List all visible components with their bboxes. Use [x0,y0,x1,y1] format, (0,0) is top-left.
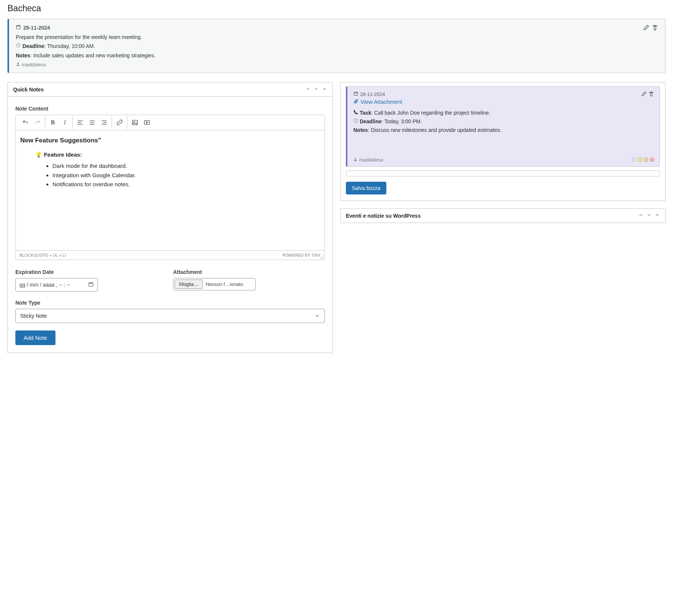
add-note-button[interactable]: Add Note [15,330,55,345]
file-input[interactable]: Sfoglia… Nessun f…ionato. [173,278,256,290]
page-title: Bacheca [7,0,666,15]
color-dot[interactable] [644,157,648,162]
deadline-label: Deadline [360,118,381,124]
redo-icon[interactable] [32,117,43,128]
trash-icon[interactable] [648,91,654,98]
bold-button[interactable]: B [48,117,58,128]
panel-toggle-icon[interactable] [322,86,327,93]
svg-rect-5 [144,121,150,125]
color-dot[interactable] [650,157,654,162]
user-icon [353,157,357,163]
clock-icon [16,43,21,49]
powered-by[interactable]: POWERED BY TINY [283,253,321,257]
save-draft-button[interactable]: Salva bozza [346,182,386,194]
color-picker [632,157,654,162]
note-content-label: Note Content [15,106,325,112]
align-center-icon[interactable] [87,117,97,128]
calendar-icon [16,24,21,31]
view-attachment-link[interactable]: View Attachment [353,99,654,105]
panel-down-icon[interactable] [646,212,652,219]
undo-icon[interactable] [20,117,31,128]
author-name: maddalena [22,62,46,67]
quick-notes-title: Quick Notes [13,87,44,93]
pinned-date: 29-11-2024 [23,25,50,31]
resize-handle-icon[interactable] [320,255,324,259]
author-name: maddalena [359,157,383,163]
view-attachment-text: View Attachment [360,99,402,105]
deadline-value: : Today, 3:00 PM. [381,118,422,124]
task-value: : Call back John Doe regarding the proje… [371,110,491,116]
align-left-icon[interactable] [75,117,85,128]
task-date: 28-11-2024 [360,91,385,97]
bulb-icon: 💡 [35,151,42,158]
deadline-value: : Thursday, 10:00 AM. [44,43,95,49]
pinned-note: 29-11-2024 Prepare the presentation for … [7,19,666,73]
svg-point-2 [17,63,19,64]
editor-title: New Feature Suggestions" [20,136,320,145]
list-item: Integration with Google Calendar. [52,171,320,180]
clock-icon [353,118,358,124]
svg-rect-7 [354,92,358,96]
edit-icon[interactable] [641,91,647,98]
panel-up-icon[interactable] [305,86,311,93]
expiration-input[interactable]: gg / mm / aaaa , -- : -- [15,278,98,292]
svg-rect-6 [89,283,93,286]
deadline-label: Deadline [22,43,44,49]
subtitle-colon: : [80,151,82,158]
expiration-label: Expiration Date [15,269,167,275]
media-icon[interactable] [142,117,152,128]
image-icon[interactable] [130,117,140,128]
notes-label: Notes [353,127,368,133]
events-title: Eventi e notizie su WordPress [346,213,421,219]
phone-icon [353,110,358,116]
italic-button[interactable]: I [60,117,70,128]
notes-label: Notes [16,52,30,58]
svg-point-9 [355,158,356,160]
editor-path[interactable]: BLOCKQUOTE » UL » LI [19,253,66,257]
color-dot[interactable] [638,157,642,162]
attachment-label: Attachment [173,269,325,275]
date-placeholder: gg / mm / aaaa , -- : -- [19,282,70,288]
draft-panel: 28-11-2024 View Attachment Task: Call ba… [340,82,666,201]
svg-rect-3 [132,120,138,125]
paperclip-icon [353,99,359,105]
editor-content[interactable]: New Feature Suggestions" 💡 Feature Ideas… [16,130,325,250]
link-icon[interactable] [114,117,125,128]
chevron-down-icon [315,313,320,318]
file-status: Nessun f…ionato. [206,281,254,287]
panel-toggle-icon[interactable] [655,212,660,219]
list-item: Notifications for overdue notes. [52,180,320,189]
draft-textarea-edge[interactable] [346,170,660,176]
note-type-select[interactable]: Sticky Note [15,309,325,323]
notes-value: : Include sales updates and new marketin… [30,52,156,58]
feature-list: Dark mode for the dashboard. Integration… [52,162,320,189]
calendar-icon [353,91,358,97]
rich-editor: B I [15,115,325,260]
align-right-icon[interactable] [99,117,109,128]
note-type-label: Note Type [15,300,325,306]
browse-button[interactable]: Sfoglia… [175,280,203,289]
events-panel: Eventi e notizie su WordPress [340,208,666,223]
trash-icon[interactable] [652,24,658,32]
task-note: 28-11-2024 View Attachment Task: Call ba… [346,86,660,167]
notes-value: : Discuss new milestones and provide upd… [368,127,501,133]
subtitle-label: Feature Ideas [44,151,80,158]
color-dot[interactable] [632,157,636,162]
pinned-text: Prepare the presentation for the weekly … [16,33,658,41]
edit-icon[interactable] [643,24,649,32]
user-icon [16,62,20,67]
panel-up-icon[interactable] [638,212,643,219]
quick-notes-panel: Quick Notes Note Content [7,82,333,353]
list-item: Dark mode for the dashboard. [52,162,320,170]
panel-down-icon[interactable] [314,86,319,93]
svg-rect-0 [16,25,21,29]
note-type-value: Sticky Note [20,313,47,319]
task-label: Task [360,110,371,116]
calendar-icon[interactable] [88,281,94,288]
